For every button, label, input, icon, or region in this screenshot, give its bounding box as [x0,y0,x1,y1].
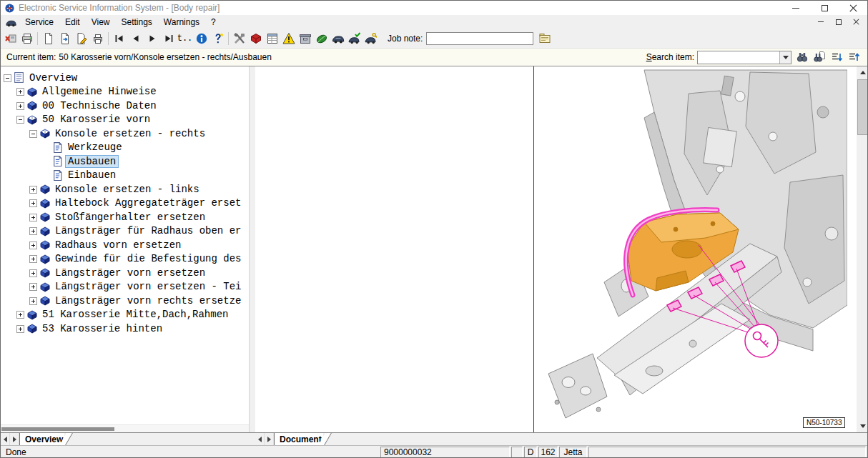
find-button[interactable] [794,50,810,64]
book-icon [39,239,53,251]
tree-item[interactable]: Allgemeine Hinweise [1,85,249,99]
window-controls [781,1,867,15]
expand-icon[interactable] [16,308,26,322]
expand-icon[interactable] [29,196,39,211]
tab-scroll-right-button[interactable] [10,433,19,445]
collapse-all-button[interactable] [846,50,862,64]
tree-item[interactable]: 00 Technische Daten [1,99,249,113]
tree-item[interactable]: Konsole ersetzen - rechts [1,126,249,141]
job-note-button[interactable] [536,30,553,46]
tree-item[interactable]: Stoßfängerhalter ersetzen [1,210,249,224]
eco-button[interactable] [313,30,330,46]
child-minimize-button[interactable] [815,17,826,27]
tree-item[interactable]: Einbauen [1,169,249,183]
nav-prev-button[interactable] [127,30,144,46]
expand-icon[interactable] [29,280,39,294]
menu-help[interactable]: ? [205,15,222,29]
combo-dropdown-button[interactable] [779,51,791,64]
tree-item[interactable]: Längsträger vorn rechts ersetze [1,294,249,308]
scroll-down-button[interactable] [857,420,868,432]
tab-overview[interactable]: Overview [19,433,64,445]
vehicle-ident-button[interactable] [363,30,379,46]
find-document-button[interactable] [812,50,827,64]
status-field: D [524,447,537,458]
tree-item[interactable]: 50 Karosserie vorn [1,113,249,127]
expand-icon[interactable] [29,224,39,239]
expand-icon[interactable] [29,294,39,308]
expand-icon[interactable] [29,252,39,267]
warnings-button[interactable] [280,30,297,46]
expand-icon[interactable] [16,85,26,99]
tab-scroll-right-button[interactable] [265,433,274,445]
edit-document-button[interactable] [73,30,89,46]
tree-item[interactable]: 53 Karosserie hinten [1,322,249,336]
tree-item[interactable]: Längsträger für Radhaus oben er [1,224,249,239]
job-note-input[interactable] [426,32,533,45]
panel-splitter[interactable] [250,66,255,432]
expand-icon[interactable] [29,182,39,196]
tab-document[interactable]: Document [274,433,323,445]
vehicle-button[interactable] [330,30,346,46]
nav-next-button[interactable] [144,30,160,46]
info-button[interactable] [193,30,209,46]
document-vertical-scrollbar[interactable] [857,66,868,432]
help-button[interactable] [209,30,226,46]
print-page-icon [92,32,104,45]
scrollbar-thumb[interactable] [857,79,868,135]
restore-button[interactable] [810,1,839,15]
tree-item[interactable]: 51 Karosserie Mitte,Dach,Rahmen [1,308,249,322]
tree-item[interactable]: Radhaus vorn ersetzen [1,238,249,252]
tree-item[interactable]: Konsole ersetzen - links [1,182,249,196]
tree-item[interactable]: Haltebock Aggregateträger erset [1,196,249,211]
history-button[interactable]: t.. [177,30,193,46]
status-field [588,447,866,458]
print-document-button[interactable] [89,30,106,46]
tree-item[interactable]: Overview [1,71,249,85]
tools-button[interactable] [231,30,247,46]
scroll-up-button[interactable] [857,66,868,79]
expand-icon[interactable] [29,210,39,224]
print-button[interactable] [19,30,35,46]
nav-last-button[interactable] [160,30,177,46]
menu-settings[interactable]: Settings [116,15,158,29]
menu-warnings[interactable]: Warnings [158,15,205,29]
tab-scroll-left-button[interactable] [255,433,265,445]
nav-first-button[interactable] [111,30,127,46]
close-icon [853,19,859,25]
document-list-button[interactable] [264,30,280,46]
tree-item[interactable]: Gewinde für die Befestigung des [1,252,249,267]
menu-view[interactable]: View [86,15,116,29]
tree-horizontal-scrollbar[interactable] [1,424,250,432]
archive-button[interactable] [297,30,313,46]
repair-manual-button[interactable] [247,30,264,46]
search-item-input[interactable] [698,51,779,64]
app-window: Electronic Service Information System - … [0,0,868,458]
expand-icon[interactable] [16,322,26,336]
tree-item-label: Ausbauen [66,156,118,167]
tree-item[interactable]: Längsträger vorn ersetzen - Tei [1,280,249,294]
tree-item[interactable]: Längsträger vorn ersetzen [1,266,249,280]
tree-item[interactable]: Werkzeuge [1,141,249,155]
menu-service[interactable]: Service [19,15,59,29]
expand-icon[interactable] [16,99,26,113]
search-item-combobox[interactable] [697,51,791,64]
vehicle-data-button[interactable] [346,30,363,46]
menu-edit[interactable]: Edit [59,15,86,29]
expand-icon[interactable] [29,238,39,252]
collapse-icon[interactable] [16,113,26,127]
tab-scroll-left-button[interactable] [1,433,10,445]
open-document-button[interactable] [56,30,73,46]
collapse-icon[interactable] [29,126,39,141]
child-restore-button[interactable] [833,17,844,27]
close-service-button[interactable] [2,30,19,46]
minimize-button[interactable] [781,1,810,15]
tree-item[interactable]: Ausbauen [1,154,249,169]
close-button[interactable] [839,1,867,15]
expand-icon[interactable] [29,266,39,280]
expand-all-button[interactable] [829,50,844,64]
document-system-menu-icon[interactable] [5,17,17,27]
child-close-button[interactable] [851,17,862,27]
collapse-icon[interactable] [4,71,14,85]
new-document-button[interactable] [40,30,56,46]
scrollbar-thumb[interactable] [1,427,114,431]
